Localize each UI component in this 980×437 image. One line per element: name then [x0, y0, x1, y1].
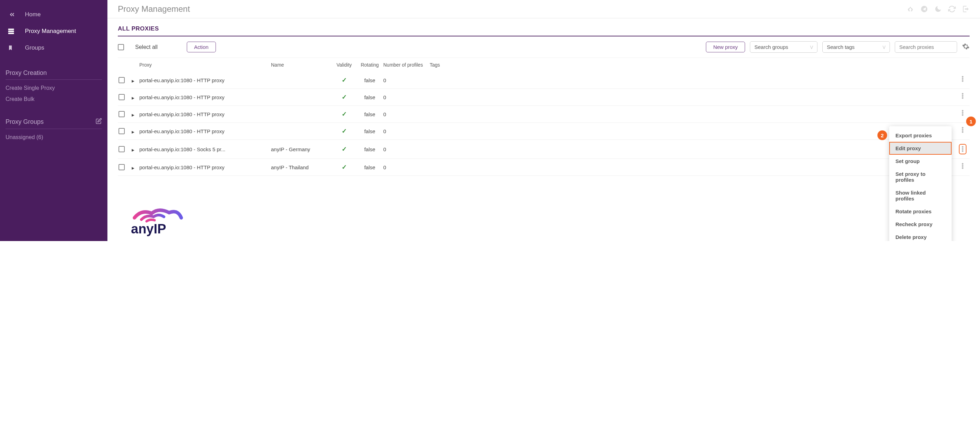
col-validity: Validity: [332, 62, 356, 68]
row-checkbox[interactable]: [119, 111, 125, 117]
select-all-checkbox[interactable]: [118, 44, 124, 50]
sidebar: Home Proxy Management Groups Proxy Creat…: [0, 0, 107, 241]
cell-profiles: 0: [383, 77, 430, 83]
cell-profiles: 0: [383, 94, 430, 100]
nav-label: Proxy Management: [25, 28, 76, 35]
nav-home[interactable]: Home: [0, 6, 107, 23]
menu-item-set-group[interactable]: Set group: [889, 155, 951, 167]
sidebar-nav: Home Proxy Management Groups: [0, 6, 107, 56]
cell-profiles: 0: [383, 128, 430, 134]
row-actions-menu[interactable]: •••: [962, 93, 964, 99]
expand-caret-icon[interactable]: ▶: [132, 79, 134, 83]
svg-rect-1: [8, 30, 14, 32]
cell-validity: ✓: [332, 110, 356, 118]
cell-rotating: false: [356, 111, 383, 117]
cell-validity: ✓: [332, 163, 356, 171]
link-unassigned[interactable]: Unassigned (6): [6, 132, 102, 143]
sidebar-proxy-groups: Proxy Groups Unassigned (6): [0, 115, 107, 143]
new-proxy-button[interactable]: New proxy: [706, 41, 745, 53]
col-profiles: Number of profiles: [383, 62, 430, 68]
select-all-label: Select all: [135, 44, 158, 50]
bookmark-icon: [8, 45, 18, 51]
table-row: ▶ portal-eu.anyip.io:1080 - HTTP proxy ✓…: [118, 89, 970, 106]
cell-name: anyIP - Thailand: [271, 164, 332, 170]
action-button[interactable]: Action: [187, 41, 216, 53]
nav-label: Home: [25, 11, 41, 18]
menu-item-rotate-proxies[interactable]: Rotate proxies: [889, 205, 951, 218]
cell-proxy: portal-eu.anyip.io:1080 - HTTP proxy: [139, 111, 271, 117]
expand-caret-icon[interactable]: ▶: [132, 96, 134, 100]
cell-validity: ✓: [332, 145, 356, 153]
nav-groups[interactable]: Groups: [0, 40, 107, 56]
menu-item-show-linked-profiles[interactable]: Show linked profiles: [889, 186, 951, 205]
cell-proxy: portal-eu.anyip.io:1080 - HTTP proxy: [139, 94, 271, 100]
edit-icon[interactable]: [95, 118, 102, 126]
svg-rect-2: [8, 33, 14, 34]
search-proxies-input[interactable]: [895, 41, 957, 53]
col-name: Name: [271, 62, 332, 68]
row-checkbox[interactable]: [119, 94, 125, 100]
table-row: ▶ portal-eu.anyip.io:1080 - HTTP proxy a…: [118, 159, 970, 176]
expand-caret-icon[interactable]: ▶: [132, 130, 134, 134]
menu-item-set-proxy-to-profiles[interactable]: Set proxy to profiles: [889, 167, 951, 186]
toolbar: Select all Action New proxy Search group…: [118, 37, 970, 58]
svg-rect-0: [8, 29, 14, 30]
recycle-icon[interactable]: [907, 5, 914, 13]
row-actions-menu[interactable]: •••: [962, 76, 964, 82]
row-checkbox[interactable]: [119, 146, 125, 152]
expand-caret-icon[interactable]: ▶: [132, 113, 134, 117]
cell-validity: ✓: [332, 76, 356, 84]
menu-item-edit-proxy[interactable]: Edit proxy: [889, 142, 951, 155]
check-icon: ✓: [342, 111, 347, 118]
menu-item-export-proxies[interactable]: Export proxies: [889, 129, 951, 142]
link-create-single-proxy[interactable]: Create Single Proxy: [6, 83, 102, 94]
check-icon: ✓: [342, 146, 347, 153]
row-checkbox[interactable]: [119, 128, 125, 134]
check-icon: ✓: [342, 164, 347, 171]
col-proxy: Proxy: [139, 62, 271, 68]
cell-profiles: 0: [383, 164, 430, 170]
cell-rotating: false: [356, 164, 383, 170]
check-icon: ✓: [342, 77, 347, 84]
cell-name: anyIP - Germany: [271, 146, 332, 152]
header: Proxy Management: [107, 0, 980, 18]
search-tags-select[interactable]: Search tags ⋁: [822, 41, 890, 53]
cell-proxy: portal-eu.anyip.io:1080 - HTTP proxy: [139, 164, 271, 170]
table-header: Proxy Name Validity Rotating Number of p…: [118, 58, 970, 72]
col-rotating: Rotating: [356, 62, 383, 68]
row-actions-menu[interactable]: •••: [962, 163, 964, 169]
menu-item-delete-proxy[interactable]: Delete proxy: [889, 231, 951, 241]
cell-proxy: portal-eu.anyip.io:1080 - HTTP proxy: [139, 77, 271, 83]
callout-1: 1: [966, 116, 976, 126]
proxy-table: Proxy Name Validity Rotating Number of p…: [118, 58, 970, 176]
telegram-icon[interactable]: [920, 5, 928, 13]
content: ALL PROXIES Select all Action New proxy …: [107, 18, 980, 176]
gear-icon[interactable]: [962, 43, 970, 52]
cell-rotating: false: [356, 77, 383, 83]
expand-caret-icon[interactable]: ▶: [132, 166, 134, 170]
row-checkbox[interactable]: [119, 164, 125, 170]
refresh-icon[interactable]: [948, 5, 956, 13]
expand-caret-icon[interactable]: ▶: [132, 148, 134, 152]
chevron-down-icon: ⋁: [883, 45, 885, 49]
link-create-bulk[interactable]: Create Bulk: [6, 94, 102, 105]
server-icon: [8, 28, 18, 35]
cell-rotating: false: [356, 94, 383, 100]
search-groups-select[interactable]: Search groups ⋁: [750, 41, 818, 53]
cell-proxy: portal-eu.anyip.io:1080 - HTTP proxy: [139, 128, 271, 134]
row-actions-menu[interactable]: •••: [959, 144, 966, 154]
menu-item-recheck-proxy[interactable]: Recheck proxy: [889, 218, 951, 231]
cell-profiles: 0: [383, 146, 430, 152]
row-actions-menu[interactable]: •••: [962, 110, 964, 116]
cell-proxy: portal-eu.anyip.io:1080 - Socks 5 pr...: [139, 146, 271, 152]
table-row: ▶ portal-eu.anyip.io:1080 - Socks 5 pr..…: [118, 140, 970, 159]
moon-icon[interactable]: [934, 5, 942, 13]
row-actions-menu[interactable]: •••: [962, 127, 964, 133]
table-row: ▶ portal-eu.anyip.io:1080 - HTTP proxy ✓…: [118, 123, 970, 140]
chevrons-left-icon: [8, 11, 18, 18]
logout-icon[interactable]: [962, 5, 970, 13]
row-checkbox[interactable]: [119, 77, 125, 83]
main-panel: Proxy Management ALL PROXIES Select all …: [107, 0, 980, 241]
nav-proxy-management[interactable]: Proxy Management: [0, 23, 107, 40]
col-tags: Tags: [430, 62, 956, 68]
